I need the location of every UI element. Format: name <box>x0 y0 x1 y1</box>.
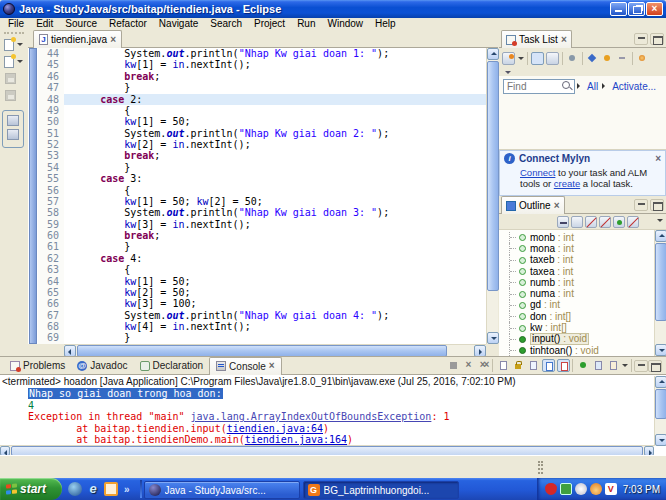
code-line[interactable]: 56 { <box>38 185 486 196</box>
code-line[interactable]: 63 { <box>38 264 486 275</box>
code-line[interactable]: 68 kw[4] = in.nextInt(); <box>38 321 486 332</box>
editor-horizontal-scrollbar[interactable] <box>64 344 486 356</box>
code-line[interactable]: 52 kw[2] = in.nextInt(); <box>38 139 486 150</box>
minimize-view-icon[interactable] <box>634 33 648 45</box>
code-area[interactable]: 44 System.out.println("Nhap Kw giai doan… <box>28 48 498 344</box>
code-line[interactable]: 53 break; <box>38 150 486 161</box>
chevron-down-icon[interactable] <box>17 43 23 49</box>
tab-close-icon[interactable]: × <box>110 35 116 45</box>
tab-close-icon[interactable]: × <box>269 361 275 371</box>
menu-edit[interactable]: Edit <box>30 18 59 30</box>
hide-non-public-icon[interactable] <box>613 216 625 228</box>
menu-search[interactable]: Search <box>204 18 248 30</box>
quick-launch-overflow-icon[interactable]: » <box>122 484 132 495</box>
console-lines[interactable]: Nhap so giai doan trong hoa don:4Excepti… <box>0 388 654 446</box>
save-all-button[interactable] <box>3 89 23 104</box>
taskbar-window-1[interactable]: Java - StudyJava/src... <box>144 481 300 499</box>
menu-window[interactable]: Window <box>321 18 369 30</box>
tab-declaration[interactable]: Declaration <box>134 357 210 375</box>
pin-console-icon[interactable] <box>577 359 590 372</box>
code-line[interactable]: 47 } <box>38 82 486 93</box>
remove-all-launches-icon[interactable]: ×× <box>477 359 490 372</box>
word-wrap-icon[interactable] <box>527 359 540 372</box>
scroll-up-icon[interactable] <box>655 376 666 388</box>
code-line[interactable]: 64 kw[1] = 50; <box>38 276 486 287</box>
hide-completed-icon[interactable] <box>586 52 599 65</box>
code-line[interactable]: 67 System.out.println("Nhap Kw giai doan… <box>38 310 486 321</box>
console-view-icon[interactable] <box>7 115 19 126</box>
scrollbar-thumb[interactable] <box>655 389 666 419</box>
outline-item-numb[interactable]: numb : int <box>501 277 653 288</box>
code-line[interactable]: 69 } <box>38 332 486 343</box>
minimize-button[interactable] <box>610 2 627 16</box>
outline-item-don[interactable]: don : int[] <box>501 311 653 322</box>
new-wizard-button[interactable] <box>3 38 23 53</box>
code-line[interactable]: 58 System.out.println("Nhap Kw giai doan… <box>38 207 486 218</box>
code-line[interactable]: 55 case 3: <box>38 173 486 184</box>
categorized-icon[interactable] <box>531 52 544 65</box>
synchronize-icon[interactable] <box>601 52 614 65</box>
console-vertical-scrollbar[interactable] <box>654 376 666 446</box>
scrollbar-thumb[interactable] <box>655 243 666 321</box>
media-player-icon[interactable] <box>68 482 82 496</box>
outline-item-tinhtoan[interactable]: tinhtoan() : void <box>501 345 653 356</box>
hide-local-types-icon[interactable] <box>627 216 639 228</box>
editor-left-scrollbar[interactable] <box>29 48 37 344</box>
scroll-down-icon[interactable] <box>655 434 666 446</box>
mylyn-link-create[interactable]: create <box>554 178 580 189</box>
scrollbar-thumb[interactable] <box>487 61 499 291</box>
toolbar-handle[interactable] <box>4 32 24 36</box>
internet-explorer-icon[interactable]: e <box>86 482 100 496</box>
new-project-button[interactable] <box>3 55 23 70</box>
minimize-view-icon[interactable] <box>634 360 648 372</box>
menu-navigate[interactable]: Navigate <box>153 18 204 30</box>
code-line[interactable]: 49 { <box>38 105 486 116</box>
task-list-body[interactable] <box>499 96 666 150</box>
tab-close-icon[interactable]: × <box>561 35 567 45</box>
maximize-view-icon[interactable] <box>650 199 664 211</box>
breakpoints-view-icon[interactable] <box>7 129 19 140</box>
focus-icon[interactable] <box>641 216 653 228</box>
show-stderr-icon[interactable] <box>557 359 570 372</box>
console-horizontal-scrollbar[interactable] <box>0 445 654 455</box>
editor-vertical-scrollbar[interactable] <box>486 48 498 344</box>
scope-all-link[interactable]: All <box>587 81 598 92</box>
outline-scrollbar[interactable] <box>654 230 666 356</box>
chevron-down-icon[interactable] <box>517 52 524 65</box>
quick-launch-app-icon[interactable] <box>104 482 118 496</box>
taskbar-window-2[interactable]: GBG_Laptrinhhuongdoi... <box>303 481 459 499</box>
maximize-view-icon[interactable] <box>648 360 662 372</box>
menu-refactor[interactable]: Refactor <box>103 18 153 30</box>
code-line[interactable]: 62 case 4: <box>38 253 486 264</box>
code-line[interactable]: 50 kw[1] = 50; <box>38 116 486 127</box>
new-task-icon[interactable] <box>502 52 515 65</box>
save-button[interactable] <box>3 72 23 87</box>
hide-static-icon[interactable] <box>599 216 611 228</box>
outline-item-monb[interactable]: monb : int <box>501 232 653 243</box>
display-console-icon[interactable] <box>592 359 605 372</box>
menu-run[interactable]: Run <box>291 18 321 30</box>
close-icon[interactable]: × <box>655 153 661 164</box>
code-line[interactable]: 59 kw[3] = in.nextInt(); <box>38 219 486 230</box>
tab-problems[interactable]: Problems <box>4 357 71 375</box>
clock[interactable]: 7:03 PM <box>623 484 660 495</box>
scroll-lock-icon[interactable] <box>512 359 525 372</box>
scroll-up-icon[interactable] <box>655 230 666 242</box>
statusbar-handle[interactable] <box>538 461 543 474</box>
menu-file[interactable]: File <box>2 18 30 30</box>
code-line[interactable]: 65 kw[2] = 50; <box>38 287 486 298</box>
maximize-view-icon[interactable] <box>650 33 664 45</box>
collapse-all-icon[interactable] <box>616 52 629 65</box>
code-line[interactable]: 51 System.out.println("Nhap Kw giai doan… <box>38 128 486 139</box>
scheduled-icon[interactable] <box>546 52 559 65</box>
tray-app-icon[interactable] <box>560 483 572 495</box>
clear-console-icon[interactable] <box>497 359 510 372</box>
outline-item-taxea[interactable]: taxea : int <box>501 266 653 277</box>
menu-help[interactable]: Help <box>369 18 402 30</box>
toolbar-overflow-icon[interactable] <box>499 68 666 76</box>
code-line[interactable]: 66 kw[3] = 100; <box>38 298 486 309</box>
remove-launch-icon[interactable]: × <box>462 359 475 372</box>
focus-workweek-icon[interactable] <box>566 52 579 65</box>
start-button[interactable]: start <box>0 478 62 500</box>
minimize-view-icon[interactable] <box>634 199 648 211</box>
